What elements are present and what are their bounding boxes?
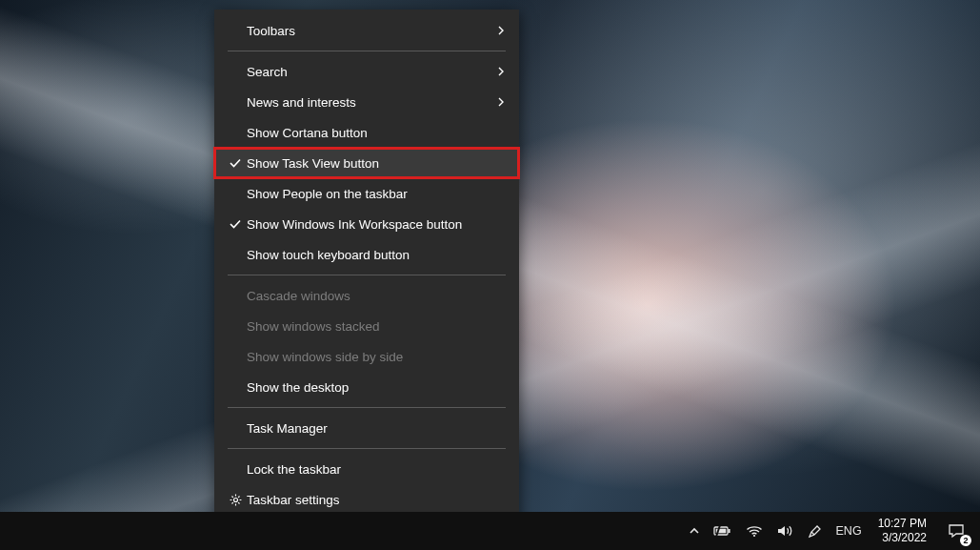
wifi-icon (746, 524, 763, 538)
menu-item-lock-the-taskbar[interactable]: Lock the taskbar (214, 454, 519, 484)
battery-icon (713, 524, 732, 538)
system-tray: ENG 10:27 PM 3/3/2022 2 (682, 512, 980, 550)
svg-point-0 (233, 498, 237, 501)
menu-label: Cascade windows (247, 289, 506, 303)
menu-label: Toolbars (247, 24, 496, 38)
speaker-icon (776, 523, 793, 539)
menu-label: Task Manager (247, 421, 506, 436)
menu-item-show-windows-stacked: Show windows stacked (214, 311, 519, 341)
menu-label: Show Cortana button (247, 126, 506, 140)
menu-label: Show windows stacked (247, 319, 506, 334)
menu-item-show-task-view-button[interactable]: Show Task View button (214, 148, 519, 178)
chevron-right-icon (496, 67, 506, 76)
check-icon (224, 217, 247, 231)
menu-item-task-manager[interactable]: Task Manager (214, 413, 519, 443)
taskbar-context-menu: Toolbars Search News and interests Show … (214, 10, 519, 522)
menu-item-news-and-interests[interactable]: News and interests (214, 87, 519, 117)
menu-separator (228, 275, 506, 275)
menu-item-cascade-windows: Cascade windows (214, 280, 519, 311)
tray-language[interactable]: ENG (830, 512, 869, 550)
check-icon (224, 156, 247, 170)
menu-separator (228, 51, 506, 51)
menu-item-show-cortana-button[interactable]: Show Cortana button (214, 117, 519, 148)
menu-item-taskbar-settings[interactable]: Taskbar settings (214, 484, 519, 515)
svg-rect-2 (728, 529, 730, 533)
menu-separator (228, 407, 506, 408)
tray-clock[interactable]: 10:27 PM 3/3/2022 (869, 512, 936, 550)
tray-action-center[interactable]: 2 (936, 512, 976, 550)
tray-volume[interactable] (770, 512, 800, 550)
tray-wifi[interactable] (739, 512, 770, 550)
svg-point-4 (752, 535, 754, 537)
menu-separator (228, 448, 506, 449)
notification-badge: 2 (960, 535, 971, 546)
menu-item-show-people-on-taskbar[interactable]: Show People on the taskbar (214, 178, 519, 209)
menu-label: Search (247, 65, 496, 79)
menu-label: News and interests (247, 95, 496, 110)
menu-label: Show Windows Ink Workspace button (247, 217, 506, 232)
menu-item-search[interactable]: Search (214, 56, 519, 87)
menu-label: Show the desktop (247, 380, 506, 395)
chevron-up-icon (689, 525, 700, 537)
menu-label: Taskbar settings (247, 493, 506, 507)
taskbar-spacer (0, 512, 682, 550)
menu-item-show-the-desktop[interactable]: Show the desktop (214, 372, 519, 402)
menu-label: Show People on the taskbar (247, 187, 506, 201)
tray-battery[interactable] (707, 512, 739, 550)
menu-item-toolbars[interactable]: Toolbars (214, 15, 519, 46)
menu-label: Lock the taskbar (247, 462, 506, 477)
taskbar[interactable]: ENG 10:27 PM 3/3/2022 2 (0, 512, 980, 550)
menu-item-show-windows-ink-workspace-button[interactable]: Show Windows Ink Workspace button (214, 209, 519, 239)
pen-icon (807, 523, 823, 540)
menu-item-show-windows-side-by-side: Show windows side by side (214, 341, 519, 372)
chevron-right-icon (496, 26, 506, 35)
menu-label: Show touch keyboard button (247, 248, 506, 262)
clock-time: 10:27 PM (878, 517, 927, 531)
tray-overflow-button[interactable] (682, 512, 707, 550)
menu-label: Show windows side by side (247, 350, 506, 364)
gear-icon (224, 493, 247, 507)
menu-label: Show Task View button (247, 156, 506, 171)
clock-date: 3/3/2022 (882, 531, 927, 545)
chevron-right-icon (496, 97, 506, 107)
menu-item-show-touch-keyboard-button[interactable]: Show touch keyboard button (214, 239, 519, 270)
tray-ink-workspace[interactable] (800, 512, 830, 550)
language-label: ENG (836, 524, 862, 538)
